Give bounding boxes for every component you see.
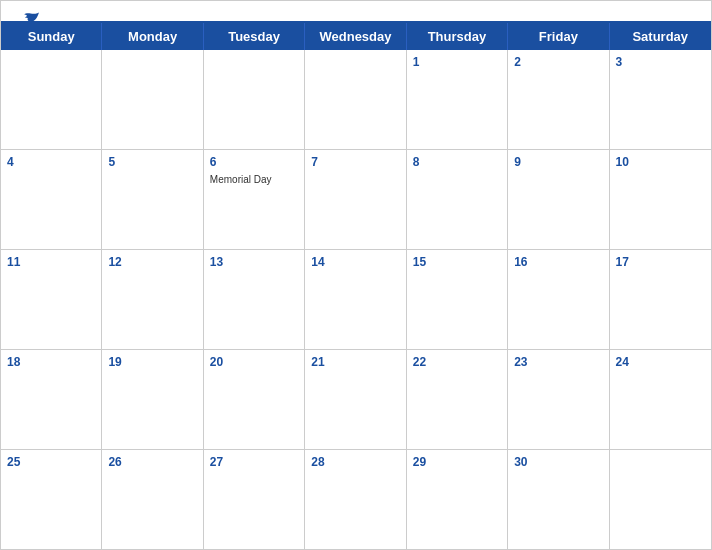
day-cell: 27 [204, 450, 305, 549]
day-number: 15 [413, 254, 501, 271]
day-cell [1, 50, 102, 149]
day-number: 5 [108, 154, 196, 171]
day-number: 12 [108, 254, 196, 271]
day-number: 8 [413, 154, 501, 171]
day-cell [102, 50, 203, 149]
day-cell: 21 [305, 350, 406, 449]
day-cell [204, 50, 305, 149]
day-cell: 15 [407, 250, 508, 349]
event-label: Memorial Day [210, 173, 298, 186]
day-headers-row: SundayMondayTuesdayWednesdayThursdayFrid… [1, 23, 711, 50]
day-cell: 6Memorial Day [204, 150, 305, 249]
week-row-4: 18192021222324 [1, 350, 711, 450]
day-cell: 14 [305, 250, 406, 349]
day-cell: 24 [610, 350, 711, 449]
day-number: 17 [616, 254, 705, 271]
day-cell: 23 [508, 350, 609, 449]
day-number: 3 [616, 54, 705, 71]
day-number: 28 [311, 454, 399, 471]
day-cell: 9 [508, 150, 609, 249]
day-number: 19 [108, 354, 196, 371]
logo [21, 11, 41, 25]
day-cell: 5 [102, 150, 203, 249]
calendar-header [1, 1, 711, 21]
day-number: 11 [7, 254, 95, 271]
day-cell [305, 50, 406, 149]
day-cell: 10 [610, 150, 711, 249]
day-cell: 16 [508, 250, 609, 349]
day-number: 24 [616, 354, 705, 371]
day-cell: 25 [1, 450, 102, 549]
day-number: 2 [514, 54, 602, 71]
day-cell: 11 [1, 250, 102, 349]
week-row-2: 456Memorial Day78910 [1, 150, 711, 250]
day-cell: 12 [102, 250, 203, 349]
day-number: 30 [514, 454, 602, 471]
day-cell: 13 [204, 250, 305, 349]
day-cell [610, 450, 711, 549]
day-cell: 3 [610, 50, 711, 149]
day-number: 22 [413, 354, 501, 371]
day-cell: 2 [508, 50, 609, 149]
calendar-container: SundayMondayTuesdayWednesdayThursdayFrid… [0, 0, 712, 550]
day-number: 10 [616, 154, 705, 171]
day-cell: 20 [204, 350, 305, 449]
day-number: 1 [413, 54, 501, 71]
day-header-sunday: Sunday [1, 23, 102, 50]
day-cell: 29 [407, 450, 508, 549]
week-row-1: 123 [1, 50, 711, 150]
day-number: 7 [311, 154, 399, 171]
day-number: 29 [413, 454, 501, 471]
day-number: 23 [514, 354, 602, 371]
day-header-monday: Monday [102, 23, 203, 50]
day-number: 26 [108, 454, 196, 471]
day-number: 27 [210, 454, 298, 471]
day-number: 21 [311, 354, 399, 371]
day-cell: 1 [407, 50, 508, 149]
day-number: 6 [210, 154, 298, 171]
day-cell: 22 [407, 350, 508, 449]
day-header-wednesday: Wednesday [305, 23, 406, 50]
calendar-table: SundayMondayTuesdayWednesdayThursdayFrid… [1, 21, 711, 549]
logo-bird-icon [23, 11, 41, 25]
day-number: 20 [210, 354, 298, 371]
day-number: 18 [7, 354, 95, 371]
day-header-saturday: Saturday [610, 23, 711, 50]
day-cell: 30 [508, 450, 609, 549]
week-row-5: 252627282930 [1, 450, 711, 549]
day-number: 13 [210, 254, 298, 271]
day-cell: 19 [102, 350, 203, 449]
day-header-tuesday: Tuesday [204, 23, 305, 50]
weeks-container: 123456Memorial Day7891011121314151617181… [1, 50, 711, 549]
day-cell: 4 [1, 150, 102, 249]
day-number: 14 [311, 254, 399, 271]
day-header-thursday: Thursday [407, 23, 508, 50]
day-cell: 28 [305, 450, 406, 549]
week-row-3: 11121314151617 [1, 250, 711, 350]
day-cell: 8 [407, 150, 508, 249]
day-number: 25 [7, 454, 95, 471]
day-cell: 26 [102, 450, 203, 549]
day-number: 4 [7, 154, 95, 171]
day-cell: 17 [610, 250, 711, 349]
day-cell: 18 [1, 350, 102, 449]
day-number: 16 [514, 254, 602, 271]
day-header-friday: Friday [508, 23, 609, 50]
day-cell: 7 [305, 150, 406, 249]
day-number: 9 [514, 154, 602, 171]
